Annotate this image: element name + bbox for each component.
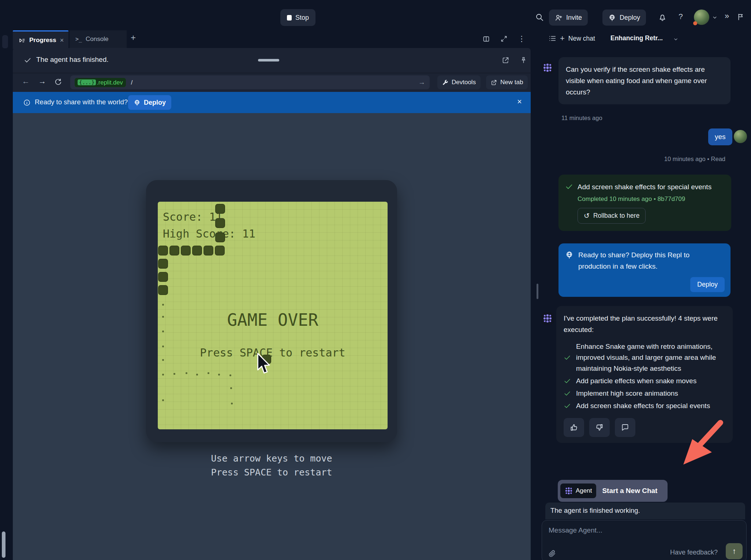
task-card: Add screen shake effects for special eve…: [558, 175, 731, 231]
thumbs-down-button[interactable]: [589, 418, 610, 437]
new-tab-label: New tab: [500, 79, 523, 86]
instruction-line-1: Use arrow keys to move: [146, 452, 397, 466]
drag-handle[interactable]: [258, 59, 279, 61]
task-title: Add screen shake effects for special eve…: [578, 181, 725, 193]
progress-icon: [19, 37, 26, 44]
message-timestamp: 11 minutes ago: [561, 115, 602, 122]
invite-button[interactable]: Invite: [549, 10, 588, 26]
url-path: /: [131, 79, 133, 86]
tab-console[interactable]: >_ Console: [70, 30, 127, 48]
forward-icon[interactable]: →: [38, 77, 46, 86]
instruction-line-2: Press SPACE to restart: [146, 466, 397, 479]
task-meta: Completed 10 minutes ago • 8b77d709: [578, 195, 725, 203]
split-pane-icon[interactable]: [482, 35, 490, 43]
person-plus-icon: [555, 14, 563, 22]
rollback-label: Rollback to here: [593, 212, 639, 220]
plan-step: Add particle effects when snake moves: [564, 376, 725, 387]
globe-icon: [608, 14, 616, 22]
notifications-bell-icon[interactable]: [658, 13, 667, 22]
rollback-button[interactable]: ↺ Rollback to here: [578, 208, 646, 224]
check-icon: [565, 183, 573, 191]
avatar-status-badge: [693, 21, 697, 25]
kebab-menu-icon[interactable]: ⋮: [518, 34, 526, 43]
game-screen[interactable]: Score: 11 High Score: 11 GAME OVER Press…: [158, 202, 388, 429]
deploy-banner: Ready to share with the world? Deploy ×: [13, 92, 531, 113]
search-icon[interactable]: [535, 13, 544, 22]
agent-message: Can you verify if the screen shake effec…: [558, 57, 731, 104]
devtools-button[interactable]: Devtools: [437, 75, 481, 89]
plan-step: Enhance Snake game with retro animations…: [564, 341, 725, 374]
expand-pane-icon[interactable]: [500, 35, 508, 42]
message-meta: 10 minutes ago • Read: [539, 156, 725, 163]
webview: Score: 11 High Score: 11 GAME OVER Press…: [13, 113, 531, 560]
help-icon[interactable]: ?: [679, 12, 683, 21]
restart-hint-text: Press SPACE to restart: [158, 346, 388, 359]
message-composer[interactable]: Have feedback? ↑: [542, 520, 747, 560]
agent-avatar: [541, 61, 554, 74]
tab-console-label: Console: [86, 36, 108, 43]
top-bar: Stop Invite Deploy ? »: [0, 5, 751, 30]
game-over-text: GAME OVER: [158, 310, 388, 330]
send-button[interactable]: ↑: [726, 543, 743, 559]
tab-progress[interactable]: Progress ×: [13, 30, 68, 49]
check-icon: [564, 390, 571, 397]
back-icon[interactable]: ←: [22, 77, 30, 86]
user-avatar[interactable]: [694, 10, 709, 25]
high-score-text: High Score: 11: [163, 227, 255, 240]
new-tab-button[interactable]: New tab: [486, 75, 528, 89]
external-link-icon: [491, 79, 497, 86]
plus-icon: +: [560, 34, 565, 43]
close-icon[interactable]: ×: [60, 37, 64, 44]
url-bar[interactable]: {...} .replit.dev / →: [70, 75, 430, 89]
deploy-card-button[interactable]: Deploy: [690, 277, 725, 292]
deploy-card-text: Ready to share? Deploy this Repl to prod…: [578, 249, 717, 272]
plan-step: Implement high score animations: [564, 388, 725, 399]
chat-history-icon[interactable]: [548, 34, 556, 42]
start-new-chat-button[interactable]: Agent Start a New Chat: [558, 480, 668, 502]
pin-icon[interactable]: [520, 56, 527, 64]
pane-controls: ⋮: [482, 30, 526, 48]
url-host: .replit.dev: [97, 79, 123, 86]
deploy-label: Deploy: [620, 14, 640, 22]
plan-step: Add screen shake effects for special eve…: [564, 400, 725, 411]
have-feedback-link[interactable]: Have feedback?: [670, 549, 718, 556]
chat-title[interactable]: Enhancing Retr...: [610, 34, 663, 42]
new-chat-button[interactable]: + New chat: [560, 34, 595, 43]
flag-feedback-icon[interactable]: [736, 13, 744, 21]
chevron-down-icon[interactable]: [673, 36, 679, 42]
agent-badge-label: Agent: [576, 487, 592, 494]
left-scrollbar-thumb[interactable]: [2, 531, 5, 558]
new-tab-plus-icon[interactable]: +: [131, 33, 136, 43]
webview-toolbar: ← → {...} .replit.dev / → Devtools New t…: [13, 73, 531, 92]
collapsed-sidebar-handle[interactable]: [2, 35, 8, 48]
score-text: Score: 11: [163, 210, 223, 223]
open-in-window-icon[interactable]: [502, 56, 509, 64]
close-icon[interactable]: ×: [517, 97, 522, 107]
banner-deploy-label: Deploy: [144, 99, 166, 107]
globe-icon: [134, 99, 141, 106]
go-arrow-icon[interactable]: →: [418, 78, 425, 86]
reload-icon[interactable]: [54, 78, 62, 86]
check-icon: [564, 354, 571, 361]
agent-status-bar: The agent is finished working.: [545, 503, 745, 519]
agent-finished-text: The agent has finished.: [36, 56, 109, 64]
deploy-button[interactable]: Deploy: [602, 10, 646, 26]
mouse-cursor-icon: [257, 352, 271, 377]
workspace: Progress × >_ Console + ⋮ The agent has …: [13, 30, 531, 560]
paperclip-icon[interactable]: [548, 549, 556, 558]
collapse-panel-icon[interactable]: »: [725, 11, 729, 21]
agent-logo-icon: [565, 487, 573, 495]
invite-label: Invite: [566, 14, 582, 22]
wrench-icon: [442, 79, 448, 86]
chevron-down-icon[interactable]: [711, 14, 718, 21]
thumbs-up-button[interactable]: [564, 418, 584, 437]
url-subdomain: {...}: [78, 79, 96, 85]
message-input[interactable]: [546, 523, 705, 537]
deploy-card: Ready to share? Deploy this Repl to prod…: [558, 243, 731, 297]
banner-deploy-button[interactable]: Deploy: [128, 95, 171, 110]
chat-scrollbar-thumb[interactable]: [537, 284, 538, 299]
comment-button[interactable]: [615, 418, 635, 437]
rollback-icon: ↺: [584, 212, 590, 220]
annotation-arrow-icon: [679, 418, 723, 470]
stop-button[interactable]: Stop: [280, 9, 315, 26]
